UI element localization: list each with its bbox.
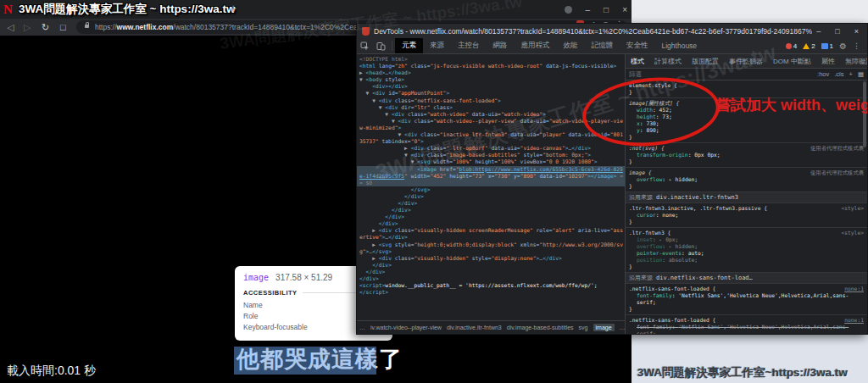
dom-tree-node[interactable]: <div></div> <box>359 83 624 90</box>
dom-tree-node[interactable]: </div> <box>359 269 624 275</box>
dom-tree-node[interactable]: </div> <box>359 220 624 227</box>
dom-tree-node[interactable]: ▼ <div class="image-based-subtitles" sty… <box>359 152 624 158</box>
forward-icon[interactable]: ▷ <box>24 21 31 33</box>
devtools-title-bar: DevTools - www.netflix.com/watch/8013573… <box>357 24 867 38</box>
devtools-maximize-button[interactable]: □ <box>835 27 839 36</box>
dom-tree-node[interactable]: <html lang="zh" class="js-focus-visible … <box>359 63 624 69</box>
dom-tree-node[interactable]: ▼ <div id="appMountPoint"> <box>359 90 624 97</box>
dom-tree-node[interactable]: <!DOCTYPE html> <box>359 56 624 63</box>
breadcrumb-item[interactable]: iv.watch-video--player-view <box>370 325 442 330</box>
devtools-shield-icon <box>362 27 370 36</box>
issues-count-badge[interactable]: 1 <box>821 42 833 50</box>
breadcrumb-item[interactable]: div.image-based-subtitles <box>507 325 574 330</box>
devtools-tab-4[interactable]: 網路 <box>487 38 515 53</box>
css-property[interactable]: pointer-events: auto; <box>629 250 864 257</box>
css-property[interactable]: cursor: none; <box>629 212 864 219</box>
styles-tab-6[interactable]: 屬性 <box>816 54 840 68</box>
error-count-badge[interactable]: 4 <box>786 42 797 50</box>
elements-breadcrumbs: …iv.watch-video--player-viewdiv.inactive… <box>357 320 625 334</box>
devtools-settings-icon[interactable]: ⚙ <box>839 42 847 51</box>
bookmark-icon[interactable]: □ <box>60 21 66 33</box>
css-property[interactable]: overflow: ▸ hidden; <box>629 176 864 183</box>
dom-tree-node[interactable]: </svg> <box>359 186 624 193</box>
dom-tree-node[interactable]: ▶ <div class=" ltr-op8orf" data-uia="vid… <box>359 145 624 152</box>
breadcrumb-item[interactable]: svg <box>579 325 588 330</box>
annotation-red-note: 嘗試加大 width、weight <box>715 95 868 115</box>
dom-tree-node[interactable]: ▶ <head>…</head> <box>359 69 624 76</box>
dom-tree-node[interactable]: ▼ <body style> <box>359 76 624 83</box>
styles-tab-7[interactable]: 無障礙設定 <box>840 54 868 68</box>
inherited-from-section[interactable]: 沿用來源div.inactive.ltr-fntwn3 <box>626 192 867 203</box>
css-property[interactable]: position: absolute; <box>629 257 864 264</box>
devtools-window: DevTools - www.netflix.com/watch/8013573… <box>356 23 868 335</box>
dom-tree-node[interactable]: ▶ <svg style="height:0;width:0;display:b… <box>359 241 624 255</box>
devtools-tab-2[interactable]: 來源 <box>423 38 451 53</box>
devtools-menu-icon[interactable]: ⋮ <box>853 42 860 50</box>
styles-filter-tool[interactable]: + <box>849 70 853 78</box>
breadcrumb-item[interactable]: … <box>359 325 365 330</box>
css-rule[interactable]: .netflix-sans-font-loaded {none:1font-fa… <box>626 315 867 334</box>
dom-tree-node[interactable]: ▶ <div class="visually-hidden" style="di… <box>359 255 624 262</box>
devtools-tab-7[interactable]: 記憶體 <box>585 38 620 53</box>
dom-tree-node[interactable]: </div> <box>359 275 624 282</box>
breadcrumb-item[interactable]: … <box>620 325 625 330</box>
css-rule[interactable]: image {使用者代理程式樣式表overflow: ▸ hidden;} <box>626 168 867 192</box>
dom-tree-node[interactable]: </div> <box>359 200 624 207</box>
error-icon <box>786 43 792 49</box>
css-property[interactable]: font-family: 'Netflix Sans','Helvetica N… <box>629 292 864 306</box>
devtools-tab-5[interactable]: 應用程式 <box>515 38 557 53</box>
devtools-close-button[interactable]: × <box>854 27 859 36</box>
devtools-tab-3[interactable]: 主控台 <box>451 38 487 53</box>
devtools-tab-1[interactable]: 元素 <box>395 38 423 53</box>
styles-tab-3[interactable]: 版面配置 <box>687 54 724 68</box>
warning-count-badge[interactable]: 2 <box>803 42 815 50</box>
styles-tab-2[interactable]: 計算樣式 <box>649 54 687 68</box>
dom-tree-node[interactable]: <script>window.__public_path__ = 'https:… <box>359 282 624 289</box>
inspect-element-icon[interactable] <box>360 42 370 51</box>
back-icon[interactable]: ◁ <box>7 21 14 33</box>
dom-tree-node[interactable]: </script> <box>359 289 624 296</box>
dom-tree-node[interactable]: ▼ <div class="netflix-sans-font-loaded"> <box>359 97 624 104</box>
css-property[interactable]: font-family: 'Netflix Sans','Helvetica N… <box>629 324 864 334</box>
dom-tree-node[interactable]: </div> <box>359 193 624 200</box>
dom-tree-node[interactable]: ▼ <svg width="100%" height="100%" viewBo… <box>359 158 624 165</box>
dom-tree-node[interactable]: </div> <box>359 262 624 269</box>
styles-tab-4[interactable]: 事件監聽器 <box>724 54 768 68</box>
dom-tree-node[interactable]: ▼ <div class="inactive ltr-fntwn3" data-… <box>359 131 624 145</box>
styles-filter-tool[interactable]: ▦ <box>858 70 864 78</box>
styles-tab-1[interactable]: 樣式 <box>626 54 649 68</box>
issues-icon <box>821 43 828 49</box>
css-property[interactable]: transform-origin: 0px 0px; <box>629 152 864 158</box>
styles-filter-tool[interactable]: :hov <box>817 70 829 78</box>
reload-icon[interactable]: ↻ <box>42 21 49 33</box>
dom-tree-node-selected[interactable]: <image href="blob:https://www.netflix.co… <box>357 166 625 186</box>
devtools-tab-6[interactable]: 效能 <box>557 38 585 53</box>
inherited-from-section[interactable]: 沿用來源div.netflix-sans-font-load… <box>626 273 867 284</box>
css-rule[interactable]: .netflix-sans-font-loaded {none:1font-fa… <box>626 284 867 315</box>
media-control-icon[interactable] <box>565 6 572 14</box>
devtools-tab-9[interactable]: Lighthouse <box>655 38 704 53</box>
close-button[interactable]: × <box>622 5 627 14</box>
load-time-status: 載入時間:0.01 秒 <box>7 364 96 379</box>
dom-tree-node[interactable]: ▶ <div class="visually-hidden screenRead… <box>359 227 624 241</box>
css-property[interactable]: inset: ▸ 0px; <box>629 236 864 243</box>
css-rule[interactable]: :not(svg) {使用者代理程式樣式表transform-origin: 0… <box>626 143 867 168</box>
new-tab-button[interactable]: + <box>225 1 241 16</box>
breadcrumb-item[interactable]: div.inactive.ltr-fntwn3 <box>447 325 502 330</box>
dom-tree-node[interactable]: </div> <box>359 214 624 220</box>
maximize-button[interactable]: □ <box>604 5 609 14</box>
minimize-button[interactable]: – <box>586 5 591 14</box>
breadcrumb-item[interactable]: image <box>593 324 615 331</box>
tab-title[interactable]: 3WA問題解決專家工作室 ~ https://3wa.tw <box>19 2 235 17</box>
styles-tab-5[interactable]: DOM 中斷點 <box>768 54 816 68</box>
styles-filter-tool[interactable]: .cls <box>834 70 843 78</box>
devtools-tab-8[interactable]: 安全性 <box>620 38 655 53</box>
dom-tree-node[interactable]: </div> <box>359 207 624 214</box>
css-property[interactable]: overflow: ▸ hidden; <box>629 243 864 250</box>
devtools-panel-tabs: 元素來源主控台網路應用程式效能記憶體安全性Lighthouse <box>395 38 704 53</box>
device-toolbar-icon[interactable] <box>376 42 386 51</box>
css-rule[interactable]: .ltr-fntwn3 {<style>inset: ▸ 0px;overflo… <box>626 228 867 273</box>
devtools-minimize-button[interactable]: – <box>816 27 821 36</box>
styles-filter-input[interactable]: 篩選 <box>629 70 642 79</box>
css-rule[interactable]: .ltr-fntwn3.inactive, .ltr-fntwn3.passiv… <box>626 203 867 228</box>
